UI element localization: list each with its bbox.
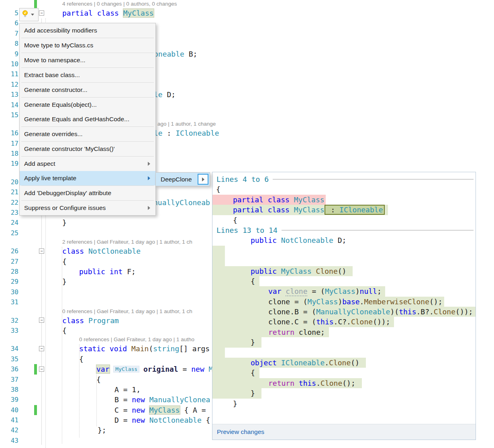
code-token: public int (79, 267, 127, 276)
code-text: { (233, 215, 237, 225)
codelens-text[interactable]: 0 references | Gael Fraiteur, 1 day ago … (62, 307, 192, 316)
line-number: 34 (0, 344, 18, 354)
menu-item-suppress-or-configure-issues[interactable]: Suppress or Configure issues (20, 201, 155, 215)
menu-item-add-accessibility-modifiers[interactable]: Add accessibility modifiers (20, 23, 155, 38)
code-token: Clone (329, 358, 351, 367)
preview-code-line: clone.C = (this.C?.Clone()); (212, 317, 476, 327)
submenu-item-deepclone[interactable]: DeepClone (156, 176, 198, 183)
code-token: public (251, 236, 281, 244)
code-token: ) (338, 297, 342, 306)
code-token: : (163, 129, 176, 137)
line-number: 37 (0, 375, 18, 385)
code-token: Clone (316, 267, 338, 275)
line-number: 20 (0, 177, 18, 187)
code-token: B; (189, 50, 198, 58)
code-token: static void (79, 344, 131, 353)
line-number: 23 (0, 208, 18, 218)
line-number: 5 (0, 8, 18, 18)
menu-item-move-type-to-myclass-cs[interactable]: Move type to MyClass.cs (20, 38, 155, 53)
code-token: NotCloneable (149, 416, 202, 424)
code-token: base (342, 297, 359, 306)
codelens-text[interactable]: ago | 1 author, 1 change (157, 120, 216, 128)
code-text: nuallyCloneab (153, 198, 210, 208)
menu-item-extract-base-class[interactable]: Extract base class... (20, 68, 155, 82)
menu-item-generate-equals-object[interactable]: Generate Equals(object)... (20, 98, 155, 112)
codelens-text[interactable]: 4 references | 0 changes | 0 authors, 0 … (62, 0, 177, 8)
fold-toggle[interactable]: − (39, 318, 44, 323)
code-token: MyClass (123, 9, 154, 17)
code-token: { (251, 277, 255, 285)
fold-toggle[interactable]: − (39, 10, 44, 16)
menu-item-add-debuggerdisplay-attribute[interactable]: Add 'DebuggerDisplay' attribute (20, 186, 155, 200)
menu-item-add-aspect[interactable]: Add aspect (20, 157, 155, 171)
preview-body: Lines 4 to 6{partial class MyClasspartia… (212, 174, 476, 409)
code-token: partial class (62, 9, 123, 17)
header-rule (273, 179, 474, 179)
code-token: . (325, 358, 329, 367)
code-token: MyClass (114, 366, 139, 372)
line-number: 18 (0, 149, 18, 159)
code-token: { (233, 216, 237, 224)
code-token: D; (167, 90, 176, 99)
codelens-text[interactable]: 2 references | Gael Fraiteur, 1 day ago … (62, 238, 192, 246)
code-token: () (351, 358, 359, 367)
code-token: ICloneable (281, 358, 325, 367)
code-token: MyClass (281, 267, 316, 275)
line-number: 29 (0, 277, 18, 287)
menu-item-generate-equals-and-gethashcode[interactable]: Generate Equals and GetHashCode... (20, 112, 155, 126)
fold-toggle[interactable]: − (39, 248, 44, 254)
code-token: new (132, 406, 149, 414)
menu-item-generate-overrides[interactable]: Generate overrides... (20, 127, 155, 141)
code-token: . (360, 297, 364, 306)
code-token: B = (114, 395, 132, 404)
code-token: new (132, 416, 149, 424)
chevron-right-icon (202, 177, 204, 181)
menu-item-label: Add aspect (24, 160, 55, 167)
code-token: this (399, 307, 416, 316)
code-token: nuallyCloneab (153, 198, 210, 207)
code-token: } (233, 399, 237, 408)
code-text: A = 1, (114, 385, 141, 395)
code-text: { (79, 354, 84, 364)
code-token: { (62, 326, 67, 335)
menu-item-label: Generate constructor... (24, 86, 88, 94)
code-text: D = new NotCloneable { (114, 415, 210, 425)
preview-code-line (212, 348, 476, 358)
line-number: 36 (0, 364, 18, 374)
code-text: public NotCloneable D; (251, 235, 346, 245)
code-token: ManuallyClonea (149, 395, 210, 404)
code-text: { (216, 184, 220, 194)
code-token: Main (131, 344, 149, 353)
code-token: () (338, 267, 347, 275)
fold-toggle[interactable]: − (39, 346, 44, 351)
code-text: B = new ManuallyClonea (114, 395, 210, 405)
code-token: ) (355, 287, 360, 295)
line-number: 13 (0, 90, 18, 100)
code-text: } (62, 218, 67, 228)
menu-item-move-to-namespace[interactable]: Move to namespace... (20, 53, 155, 67)
code-token: Clone (320, 379, 342, 387)
lightbulb-button[interactable] (19, 8, 39, 21)
submenu-expand-button[interactable] (198, 174, 208, 185)
line-number: 25 (0, 228, 18, 238)
code-token: ICloneable (176, 129, 219, 137)
line-number: 9 (0, 49, 18, 59)
change-bar (34, 364, 37, 374)
preview-code-line: return this.Clone(); (212, 378, 476, 388)
menu-item-generate-constructor-myclass[interactable]: Generate constructor 'MyClass()' (20, 142, 155, 156)
preview-code-line (212, 246, 476, 256)
codelens-row: 4 references | 0 changes | 0 authors, 0 … (0, 0, 494, 8)
codelens-text[interactable]: 0 references | Gael Fraiteur, 1 day ago … (79, 336, 194, 344)
preview-code-line: { (212, 184, 476, 194)
code-token: return (268, 379, 299, 387)
fold-toggle[interactable]: − (39, 367, 44, 372)
code-token: { (62, 257, 67, 266)
line-number: 21 (0, 187, 18, 197)
menu-item-generate-constructor[interactable]: Generate constructor... (20, 83, 155, 97)
preview-changes-link[interactable]: Preview changes (212, 428, 264, 436)
menu-item-apply-live-template[interactable]: Apply live template (20, 171, 155, 185)
code-text: class NotCloneable (62, 246, 141, 256)
menu-item-label: Generate Equals and GetHashCode... (24, 116, 129, 123)
code-token: MyClass (294, 195, 325, 204)
code-text: class Program (62, 316, 119, 326)
